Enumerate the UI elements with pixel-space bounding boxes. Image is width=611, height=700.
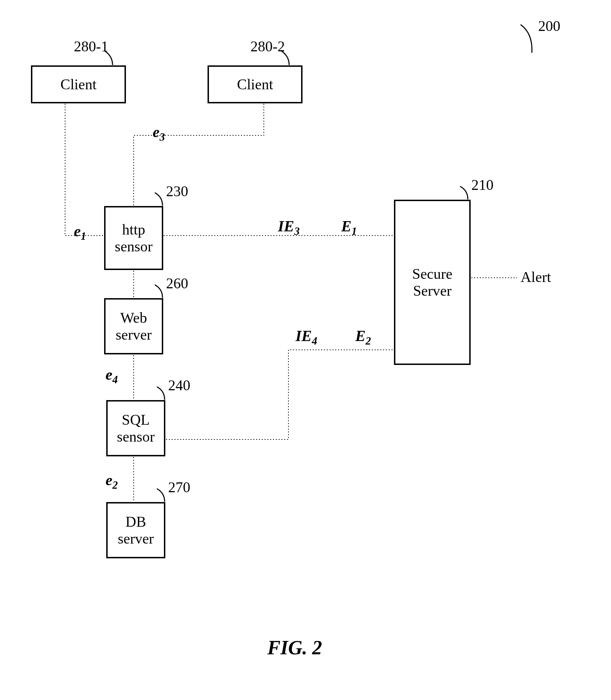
box-http-sensor-label: http sensor — [115, 221, 152, 255]
box-client2-label: Client — [237, 76, 273, 93]
ref-sql-sensor: 240 — [168, 377, 190, 394]
box-db-server-label: DB server — [118, 513, 154, 547]
edge-e1: e1 — [74, 222, 86, 243]
alert-label: Alert — [521, 269, 551, 285]
box-sql-sensor-label: SQL sensor — [117, 411, 154, 445]
box-sql-sensor: SQL sensor — [106, 400, 165, 456]
box-secure-server: Secure Server — [394, 200, 471, 365]
edge-e3: e3 — [153, 123, 165, 143]
edge-IE3: IE3 — [278, 217, 300, 238]
box-web-server: Web server — [104, 298, 163, 354]
edge-e4: e4 — [106, 366, 118, 386]
ref-web-server: 260 — [166, 275, 188, 292]
edge-IE4: IE4 — [295, 327, 317, 347]
box-http-sensor: http sensor — [104, 206, 163, 270]
box-web-server-label: Web server — [116, 309, 152, 343]
box-secure-server-label: Secure Server — [412, 265, 452, 300]
edge-E2: E2 — [355, 327, 371, 347]
box-db-server: DB server — [106, 502, 165, 558]
edge-E1: E1 — [341, 217, 357, 238]
box-client1-label: Client — [61, 76, 97, 93]
ref-secure-server: 210 — [471, 176, 494, 193]
box-client2: Client — [208, 65, 303, 103]
figure-ref: 200 — [538, 18, 560, 34]
connector-lines — [0, 0, 611, 700]
ref-http-sensor: 230 — [166, 183, 188, 200]
edge-e2: e2 — [106, 471, 118, 492]
ref-client1: 280-1 — [74, 38, 108, 55]
ref-client2: 280-2 — [250, 38, 285, 55]
figure-caption: FIG. 2 — [267, 636, 322, 659]
diagram-canvas: 200 Client 280-1 Client 280-2 http senso… — [0, 0, 611, 700]
box-client1: Client — [31, 65, 126, 103]
ref-db-server: 270 — [168, 479, 190, 496]
